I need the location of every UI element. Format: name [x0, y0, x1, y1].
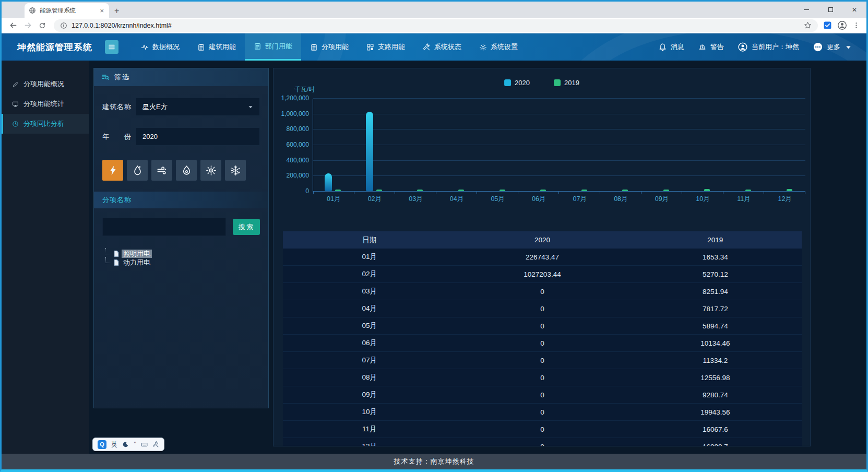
table-row[interactable]: 09月09280.74 [283, 386, 802, 404]
topnav-item[interactable]: 系统状态 [414, 33, 470, 61]
bookmark-star-icon[interactable] [804, 21, 812, 29]
table-cell: 1653.34 [629, 249, 802, 265]
energy-heat-button[interactable] [200, 160, 221, 181]
topnav-item[interactable]: 部门用能 [245, 33, 301, 61]
app-header: 坤然能源管理系统 数据概况建筑用能部门用能分项用能支路用能系统状态系统设置 消息… [2, 33, 866, 61]
minimize-button[interactable] [794, 2, 818, 18]
tree-item-label[interactable]: 动力用电 [122, 258, 152, 267]
topnav-item[interactable]: 支路用能 [358, 33, 414, 61]
sidebar-item[interactable]: 分项用能概况 [2, 74, 89, 94]
table-row[interactable]: 10月019943.56 [283, 404, 802, 421]
chart-month-group: 10月 [682, 99, 723, 191]
ime-language-toggle[interactable]: 英 [111, 440, 117, 449]
bar-2019[interactable] [663, 190, 669, 191]
keyboard-icon[interactable] [141, 441, 148, 448]
table-row[interactable]: 12月016999.7 [283, 438, 802, 446]
browser-menu-icon[interactable] [852, 21, 860, 29]
table-cell: 05月 [283, 317, 456, 334]
table-cell: 11月 [283, 421, 456, 438]
energy-cooling-button[interactable] [225, 160, 246, 181]
table-row[interactable]: 02月1027203.445270.12 [283, 266, 802, 283]
refresh-button[interactable] [36, 19, 49, 32]
table-row[interactable]: 01月226743.471653.34 [283, 249, 802, 266]
extension-icon[interactable] [823, 21, 832, 30]
table-row[interactable]: 03月08251.94 [283, 283, 802, 300]
table-cell: 04月 [283, 300, 456, 317]
close-button[interactable]: ✕ [842, 2, 866, 18]
table-cell: 0 [456, 335, 628, 351]
ime-tools-icon[interactable] [152, 441, 159, 448]
x-axis-label: 01月 [313, 195, 354, 204]
collapse-menu-button[interactable] [105, 40, 118, 54]
table-row[interactable]: 11月016067.6 [283, 421, 802, 438]
year-input[interactable] [136, 127, 260, 146]
x-axis-label: 08月 [600, 195, 641, 204]
bar-2019[interactable] [458, 190, 464, 191]
support-text: 技术支持：南京坤然科技 [394, 457, 474, 466]
chart-month-group: 11月 [723, 99, 765, 191]
topnav-item[interactable]: 分项用能 [301, 33, 358, 61]
bar-2019[interactable] [787, 189, 792, 191]
table-row[interactable]: 08月012556.98 [283, 369, 802, 386]
bar-2019[interactable] [622, 190, 628, 191]
table-row[interactable]: 06月010134.46 [283, 335, 802, 352]
topnav-item[interactable]: 建筑用能 [188, 33, 245, 61]
legend-item[interactable]: 2019 [554, 79, 579, 87]
tree-item[interactable]: 照明用电 [105, 249, 260, 258]
alerts-button[interactable]: 警告 [698, 42, 724, 52]
search-button[interactable]: 搜索 [233, 219, 260, 235]
bar-2019[interactable] [745, 190, 751, 191]
x-axis-tick [682, 191, 682, 194]
bar-2019[interactable] [540, 190, 546, 191]
current-user[interactable]: 当前用户：坤然 [738, 42, 799, 52]
ime-logo[interactable]: Q [98, 440, 106, 449]
browser-tab[interactable]: 能源管理系统 × [25, 3, 109, 18]
profile-avatar-icon[interactable] [837, 20, 847, 30]
energy-gas-button[interactable] [176, 160, 197, 181]
legend-item[interactable]: 2020 [504, 79, 530, 87]
moon-icon[interactable] [122, 441, 129, 448]
ime-punctuation-toggle[interactable]: ’’ [134, 441, 136, 448]
table-header-cell: 2019 [629, 231, 802, 249]
topnav-item[interactable]: 数据概况 [132, 33, 188, 61]
building-select[interactable]: 星火E方 [136, 98, 260, 116]
bar-2020[interactable] [366, 112, 373, 191]
table-row[interactable]: 04月07817.72 [283, 300, 802, 317]
bar-2019[interactable] [581, 190, 587, 191]
messages-button[interactable]: 消息 [658, 42, 684, 52]
bar-2019[interactable] [335, 190, 341, 191]
forward-icon [24, 21, 32, 29]
bar-2020[interactable] [325, 173, 332, 191]
footer: 技术支持：南京坤然科技 [2, 454, 866, 469]
more-menu[interactable]: 更多 [813, 42, 853, 52]
sidebar-item[interactable]: 分项用能统计 [2, 94, 89, 114]
table-row[interactable]: 05月05894.74 [283, 317, 802, 335]
new-tab-button[interactable]: + [114, 6, 119, 16]
sidebar-item[interactable]: 分项同比分析 [2, 114, 89, 134]
legend-swatch [504, 79, 511, 86]
url-text[interactable]: 127.0.0.1:8020/krznnh/index.html# [72, 22, 800, 29]
topnav-item[interactable]: 系统设置 [470, 33, 527, 61]
tab-strip: 能源管理系统 × + ✕ [2, 2, 866, 18]
tree-item[interactable]: 动力用电 [105, 258, 260, 267]
tab-close-icon[interactable]: × [99, 7, 105, 15]
table-row[interactable]: 07月011334.2 [283, 352, 802, 369]
energy-wind-button[interactable] [151, 160, 172, 181]
url-box[interactable]: 127.0.0.1:8020/krznnh/index.html# [54, 19, 818, 32]
bar-2019[interactable] [704, 189, 710, 191]
bar-2019[interactable] [417, 190, 423, 191]
x-axis-label: 12月 [764, 195, 805, 204]
bell-icon [658, 43, 667, 52]
bar-2019[interactable] [376, 190, 382, 191]
maximize-button[interactable] [818, 2, 842, 18]
x-axis-label: 04月 [436, 195, 478, 204]
info-icon[interactable] [60, 22, 67, 29]
energy-water-button[interactable] [127, 160, 148, 181]
x-axis-tick [313, 191, 314, 194]
forward-button[interactable] [21, 19, 34, 32]
back-button[interactable] [7, 19, 19, 32]
energy-electricity-button[interactable] [102, 160, 123, 181]
bar-2019[interactable] [500, 190, 505, 191]
tree-item-label[interactable]: 照明用电 [122, 250, 152, 258]
subitem-search-input[interactable] [102, 218, 226, 236]
